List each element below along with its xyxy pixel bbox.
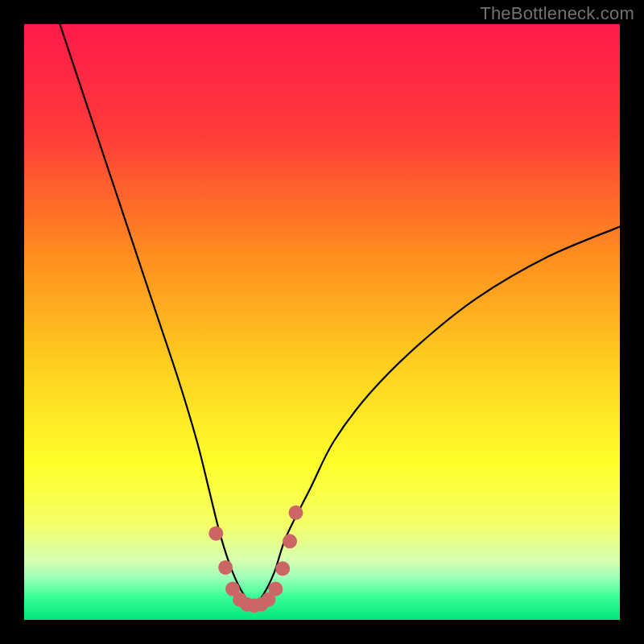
trough-dot — [208, 526, 223, 541]
bottleneck-curve — [60, 24, 620, 605]
trough-dot — [283, 534, 297, 548]
trough-dot — [218, 560, 233, 575]
trough-dot — [268, 582, 283, 597]
trough-dot — [275, 561, 290, 576]
trough-dot — [288, 506, 303, 520]
watermark-text: TheBottleneck.com — [480, 3, 634, 24]
plot-frame — [24, 24, 620, 620]
plot-svg — [24, 24, 620, 620]
trough-dots — [208, 506, 303, 613]
